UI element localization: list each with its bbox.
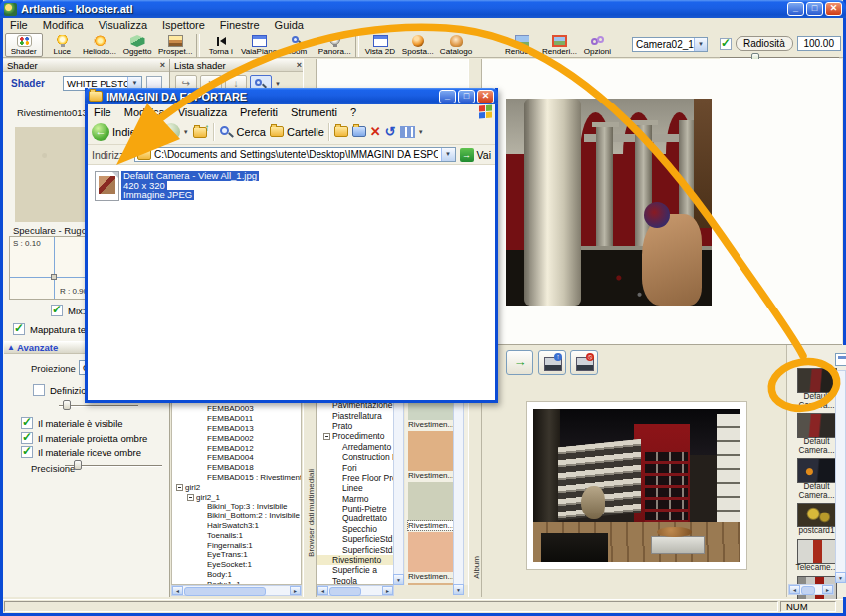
menu-item[interactable]: Modifica [124, 106, 165, 118]
tree-item[interactable]: Toenails:1 [172, 530, 301, 540]
swatch-vscrollbar[interactable]: ▼ [453, 401, 464, 595]
swatch-item[interactable]: Rivestimen... [408, 431, 454, 480]
tree-item[interactable]: FEMBAD012 [172, 443, 301, 453]
tree-item[interactable]: HairSwatch3:1 [172, 521, 301, 531]
camera-thumbnail[interactable] [797, 368, 837, 393]
menu-item[interactable]: Visualizza [178, 106, 227, 118]
texture-swatch[interactable] [408, 482, 453, 521]
camera-thumbnail[interactable] [797, 458, 837, 483]
search-button[interactable]: Cerca [219, 125, 266, 139]
chevron-down-icon[interactable]: ▼ [275, 81, 281, 87]
slider-thumb[interactable] [63, 400, 71, 410]
minimize-button[interactable]: _ [439, 90, 456, 103]
detach-panel-button[interactable] [835, 353, 846, 366]
category-item[interactable]: Piastrellatura [317, 410, 393, 420]
tree-hscrollbar[interactable]: ◄ ► [171, 585, 302, 596]
toolbar-button[interactable]: Prospet... [156, 33, 194, 57]
category-item[interactable]: Marmo [317, 494, 393, 504]
category-item[interactable]: SuperficieStd1 [317, 534, 393, 544]
thumbnail-hscrollbar[interactable]: ◄ ► [788, 584, 834, 595]
camera-select[interactable]: Camera02_1 ▼ [632, 37, 708, 52]
render-image-button[interactable]: ↑ [538, 350, 566, 375]
scroll-left-icon[interactable]: ◄ [172, 586, 183, 595]
scroll-down-icon[interactable]: ▼ [393, 574, 404, 585]
expander-icon[interactable] [323, 433, 330, 440]
swatch-item[interactable]: Rivestimen... [408, 482, 454, 530]
category-item[interactable]: Prato [317, 421, 393, 431]
tree-item[interactable]: Bikini_Bottom:2 : Invisibile [172, 512, 301, 521]
maximize-button[interactable]: □ [458, 90, 475, 103]
forward-button[interactable]: → ▼ [162, 123, 189, 141]
back-button[interactable]: ← Indietro ▼ [92, 123, 158, 141]
radiosity-button[interactable]: Radiosità [736, 36, 793, 51]
category-item[interactable]: Specchio [317, 524, 393, 534]
minimize-button[interactable]: _ [787, 2, 804, 16]
scroll-down-icon[interactable]: ▼ [453, 584, 464, 595]
tree-item[interactable]: FEMBAD004 [172, 453, 301, 463]
definition-checkbox[interactable] [33, 384, 45, 396]
toolbar-button[interactable]: Shader [5, 33, 43, 57]
menu-item[interactable]: Ispettore [162, 19, 205, 31]
toolbar-button[interactable]: Sposta... [399, 33, 437, 57]
scroll-right-icon[interactable]: ► [382, 586, 393, 595]
toolbar-button[interactable]: Oggetto [118, 33, 156, 57]
category-item[interactable]: Punti-Pietre [317, 504, 393, 513]
toolbar-button[interactable]: VaiaPiano [240, 33, 278, 57]
camera-thumbnail[interactable] [797, 539, 837, 564]
radiosity-checkbox[interactable] [720, 38, 732, 50]
chevron-down-icon[interactable]: ▼ [694, 38, 707, 51]
tree-item[interactable]: FEMBAD011 [172, 414, 301, 424]
category-item[interactable]: Fori [317, 462, 393, 472]
swatch-item[interactable] [408, 583, 454, 585]
delete-button[interactable]: ✕ [370, 125, 381, 138]
toolbar-button[interactable]: Luce [43, 33, 81, 57]
tree-item[interactable]: EyeSocket:1 [172, 560, 301, 570]
chevron-down-icon[interactable]: ▼ [183, 129, 189, 135]
material-visible-checkbox[interactable] [21, 417, 33, 429]
toolbar-button[interactable]: Renderi... [540, 33, 578, 57]
shader-panel-header[interactable]: Shader × [3, 59, 169, 72]
mix-checkbox[interactable] [51, 305, 63, 316]
tree-item[interactable]: EyeTrans:1 [172, 550, 301, 560]
menu-item[interactable]: Strumenti [291, 106, 337, 118]
texture-swatch[interactable] [408, 431, 453, 471]
tree-item[interactable]: FEMBAD015 : Rivestimento004 [172, 473, 301, 483]
graph-handle[interactable] [51, 274, 57, 280]
menu-item[interactable]: Visualizza [99, 19, 147, 31]
texture-mapping-checkbox[interactable] [13, 323, 25, 335]
go-address-button[interactable]: → Vai [460, 148, 491, 162]
material-cast-shadows-checkbox[interactable] [21, 432, 33, 444]
expander-icon[interactable] [187, 494, 194, 501]
folders-button[interactable]: Cartelle [270, 126, 324, 138]
texture-swatch[interactable] [408, 583, 453, 585]
toolbar-button[interactable]: Vista 2D [361, 33, 399, 57]
tree-item[interactable]: girl2 [172, 482, 301, 492]
tree-item[interactable]: FEMBAD003 [172, 404, 301, 414]
precision-slider[interactable] [65, 460, 162, 470]
shader-list-header[interactable]: Lista shader × [170, 59, 306, 72]
category-vscrollbar[interactable]: ▼ [393, 401, 404, 585]
category-item[interactable]: Procedimento [317, 431, 393, 441]
tree-item[interactable]: FEMBAD002 [172, 433, 301, 443]
menu-item[interactable]: Preferiti [240, 106, 278, 118]
menu-item[interactable]: Modifica [43, 19, 84, 31]
scroll-right-icon[interactable]: ► [822, 585, 833, 594]
category-item[interactable]: Free Floor Pro sh [317, 473, 393, 483]
scroll-left-icon[interactable]: ◄ [317, 586, 328, 595]
tree-item[interactable]: Body:1 [172, 570, 301, 580]
move-to-button[interactable] [334, 126, 348, 137]
render-preview-image[interactable] [533, 409, 740, 562]
toolbar-button[interactable]: Torna i [202, 33, 240, 57]
category-item[interactable]: Superficie a [317, 565, 393, 575]
category-hscrollbar[interactable]: ◄ ► [317, 585, 394, 596]
tree-item[interactable]: Fingernails:1 [172, 540, 301, 550]
close-button[interactable]: ✕ [825, 2, 842, 16]
close-button[interactable]: ✕ [477, 90, 494, 103]
chevron-down-icon[interactable]: ▼ [441, 148, 455, 161]
category-item[interactable]: Quadrettato [317, 513, 393, 523]
menu-item[interactable]: File [94, 106, 111, 118]
toolbar-button[interactable]: Renderi... [503, 33, 540, 57]
undo-button[interactable]: ↺ [385, 125, 396, 138]
render-stop-button[interactable]: ⦸ [570, 350, 598, 375]
slider-thumb[interactable] [74, 460, 82, 470]
